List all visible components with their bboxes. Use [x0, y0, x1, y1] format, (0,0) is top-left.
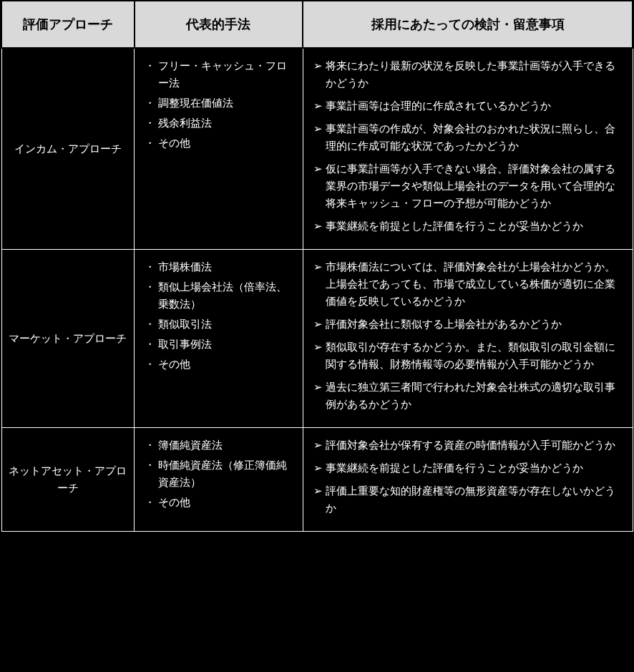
- bullet-marker-icon: ・: [145, 494, 155, 511]
- bullet-marker-icon: ・: [145, 356, 155, 373]
- method-item: ・残余利益法: [145, 115, 293, 132]
- method-item: ・簿価純資産法: [145, 437, 293, 454]
- consideration-label: 事業継続を前提とした評価を行うことが妥当かどうか: [326, 459, 623, 477]
- method-item: ・時価純資産法（修正簿価純資産法）: [145, 457, 293, 491]
- consideration-label: 将来にわたり最新の状況を反映した事業計画等が入手できるかどうか: [326, 57, 623, 92]
- consideration-item: ➢評価上重要な知的財産権等の無形資産等が存在しないかどうか: [313, 482, 623, 517]
- arrow-marker-icon: ➢: [313, 459, 323, 477]
- methods-cell: ・簿価純資産法・時価純資産法（修正簿価純資産法）・その他: [135, 428, 303, 532]
- consideration-item: ➢事業継続を前提とした評価を行うことが妥当かどうか: [313, 459, 623, 477]
- bullet-marker-icon: ・: [145, 57, 155, 92]
- considerations-cell: ➢評価対象会社が保有する資産の時価情報が入手可能かどうか➢事業継続を前提とした評…: [303, 428, 633, 532]
- bullet-marker-icon: ・: [145, 135, 155, 152]
- consideration-label: 過去に独立第三者間で行われた対象会社株式の適切な取引事例があるかどうか: [326, 379, 623, 413]
- arrow-marker-icon: ➢: [313, 120, 323, 155]
- evaluation-approach-table: 評価アプローチ 代表的手法 採用にあたっての検討・留意事項 インカム・アプローチ…: [1, 0, 633, 532]
- method-label: 類似上場会社法（倍率法、乗数法）: [158, 278, 293, 313]
- approach-name: マーケット・アプローチ: [9, 333, 127, 344]
- consideration-label: 事業計画等は合理的に作成されているかどうか: [326, 97, 623, 115]
- consideration-item: ➢事業計画等は合理的に作成されているかどうか: [313, 97, 623, 115]
- bullet-marker-icon: ・: [145, 316, 155, 333]
- bullet-marker-icon: ・: [145, 94, 155, 112]
- approach-cell: ネットアセット・アプローチ: [1, 428, 135, 532]
- consideration-item: ➢仮に事業計画等が入手できない場合、評価対象会社の属する業界の市場データや類似上…: [313, 160, 623, 212]
- table-row: ネットアセット・アプローチ・簿価純資産法・時価純資産法（修正簿価純資産法）・その…: [1, 428, 633, 532]
- method-label: 簿価純資産法: [158, 437, 293, 454]
- method-item: ・類似上場会社法（倍率法、乗数法）: [145, 278, 293, 313]
- methods-cell: ・市場株価法・類似上場会社法（倍率法、乗数法）・類似取引法・取引事例法・その他: [135, 250, 303, 428]
- consideration-label: 評価対象会社が保有する資産の時価情報が入手可能かどうか: [326, 437, 623, 454]
- method-label: その他: [158, 135, 293, 152]
- considerations-cell: ➢市場株価法については、評価対象会社が上場会社かどうか。上場会社であっても、市場…: [303, 250, 633, 428]
- table-row: インカム・アプローチ・フリー・キャッシュ・フロー法・調整現在価値法・残余利益法・…: [1, 48, 633, 250]
- method-item: ・類似取引法: [145, 316, 293, 333]
- method-label: 調整現在価値法: [158, 94, 293, 112]
- bullet-marker-icon: ・: [145, 336, 155, 353]
- consideration-label: 類似取引が存在するかどうか。また、類似取引の取引金額に関する情報、財務情報等の必…: [326, 339, 623, 373]
- consideration-label: 仮に事業計画等が入手できない場合、評価対象会社の属する業界の市場データや類似上場…: [326, 160, 623, 212]
- header-methods: 代表的手法: [135, 1, 303, 48]
- consideration-item: ➢将来にわたり最新の状況を反映した事業計画等が入手できるかどうか: [313, 57, 623, 92]
- method-item: ・その他: [145, 135, 293, 152]
- method-item: ・フリー・キャッシュ・フロー法: [145, 57, 293, 92]
- method-item: ・調整現在価値法: [145, 94, 293, 112]
- arrow-marker-icon: ➢: [313, 160, 323, 212]
- consideration-item: ➢事業継続を前提とした評価を行うことが妥当かどうか: [313, 218, 623, 235]
- consideration-label: 評価対象会社に類似する上場会社があるかどうか: [326, 316, 623, 333]
- arrow-marker-icon: ➢: [313, 482, 323, 517]
- approach-cell: マーケット・アプローチ: [1, 250, 135, 428]
- method-label: その他: [158, 356, 293, 373]
- consideration-label: 評価上重要な知的財産権等の無形資産等が存在しないかどうか: [326, 482, 623, 517]
- consideration-item: ➢類似取引が存在するかどうか。また、類似取引の取引金額に関する情報、財務情報等の…: [313, 339, 623, 373]
- arrow-marker-icon: ➢: [313, 57, 323, 92]
- header-approach: 評価アプローチ: [1, 1, 135, 48]
- methods-cell: ・フリー・キャッシュ・フロー法・調整現在価値法・残余利益法・その他: [135, 48, 303, 250]
- bullet-marker-icon: ・: [145, 437, 155, 454]
- method-item: ・取引事例法: [145, 336, 293, 353]
- approach-name: インカム・アプローチ: [14, 143, 122, 155]
- bullet-marker-icon: ・: [145, 258, 155, 276]
- method-item: ・その他: [145, 494, 293, 511]
- method-item: ・その他: [145, 356, 293, 373]
- method-label: フリー・キャッシュ・フロー法: [158, 57, 293, 92]
- consideration-item: ➢過去に独立第三者間で行われた対象会社株式の適切な取引事例があるかどうか: [313, 379, 623, 413]
- consideration-item: ➢事業計画等の作成が、対象会社のおかれた状況に照らし、合理的に作成可能な状況であ…: [313, 120, 623, 155]
- consideration-item: ➢市場株価法については、評価対象会社が上場会社かどうか。上場会社であっても、市場…: [313, 258, 623, 310]
- evaluation-approach-table-container: 評価アプローチ 代表的手法 採用にあたっての検討・留意事項 インカム・アプローチ…: [1, 0, 633, 532]
- consideration-item: ➢評価対象会社に類似する上場会社があるかどうか: [313, 316, 623, 333]
- arrow-marker-icon: ➢: [313, 218, 323, 235]
- method-label: 類似取引法: [158, 316, 293, 333]
- table-row: マーケット・アプローチ・市場株価法・類似上場会社法（倍率法、乗数法）・類似取引法…: [1, 250, 633, 428]
- arrow-marker-icon: ➢: [313, 97, 323, 115]
- bullet-marker-icon: ・: [145, 278, 155, 313]
- arrow-marker-icon: ➢: [313, 339, 323, 373]
- consideration-label: 市場株価法については、評価対象会社が上場会社かどうか。上場会社であっても、市場で…: [326, 258, 623, 310]
- consideration-label: 事業継続を前提とした評価を行うことが妥当かどうか: [326, 218, 623, 235]
- arrow-marker-icon: ➢: [313, 316, 323, 333]
- method-label: 時価純資産法（修正簿価純資産法）: [158, 457, 293, 491]
- bullet-marker-icon: ・: [145, 457, 155, 491]
- header-considerations: 採用にあたっての検討・留意事項: [303, 1, 633, 48]
- approach-cell: インカム・アプローチ: [1, 48, 135, 250]
- arrow-marker-icon: ➢: [313, 437, 323, 454]
- method-label: 市場株価法: [158, 258, 293, 276]
- arrow-marker-icon: ➢: [313, 379, 323, 413]
- table-header-row: 評価アプローチ 代表的手法 採用にあたっての検討・留意事項: [1, 1, 633, 48]
- method-label: 取引事例法: [158, 336, 293, 353]
- method-label: 残余利益法: [158, 115, 293, 132]
- consideration-item: ➢評価対象会社が保有する資産の時価情報が入手可能かどうか: [313, 437, 623, 454]
- approach-name: ネットアセット・アプローチ: [9, 465, 127, 494]
- bullet-marker-icon: ・: [145, 115, 155, 132]
- arrow-marker-icon: ➢: [313, 258, 323, 310]
- method-item: ・市場株価法: [145, 258, 293, 276]
- method-label: その他: [158, 494, 293, 511]
- considerations-cell: ➢将来にわたり最新の状況を反映した事業計画等が入手できるかどうか➢事業計画等は合…: [303, 48, 633, 250]
- consideration-label: 事業計画等の作成が、対象会社のおかれた状況に照らし、合理的に作成可能な状況であっ…: [326, 120, 623, 155]
